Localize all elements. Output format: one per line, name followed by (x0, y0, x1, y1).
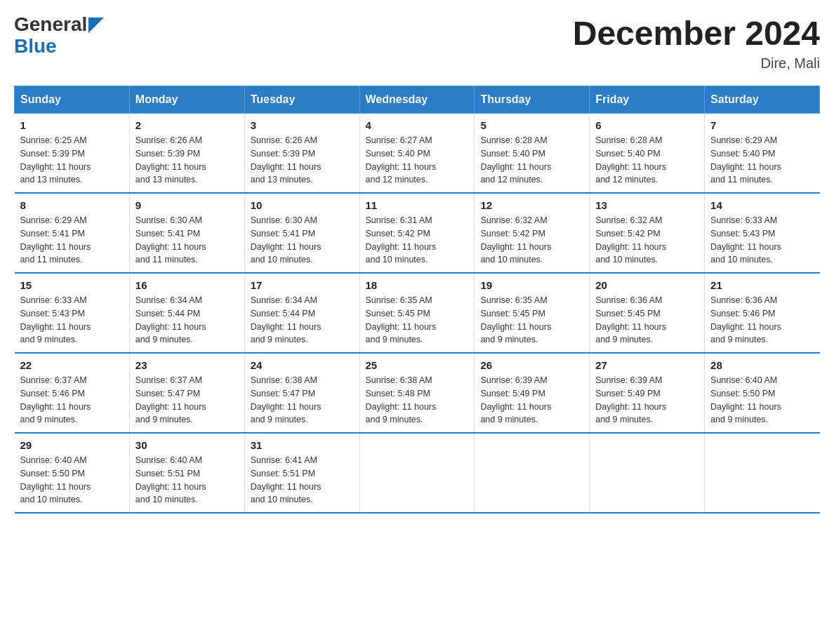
calendar-cell: 17 Sunrise: 6:34 AMSunset: 5:44 PMDaylig… (244, 273, 359, 353)
day-info: Sunrise: 6:38 AMSunset: 5:48 PMDaylight:… (366, 375, 437, 424)
day-info: Sunrise: 6:27 AMSunset: 5:40 PMDaylight:… (366, 135, 437, 185)
logo: General Blue (14, 14, 104, 58)
day-number: 22 (20, 359, 124, 371)
calendar-cell: 21 Sunrise: 6:36 AMSunset: 5:46 PMDaylig… (705, 273, 820, 353)
calendar-cell: 3 Sunrise: 6:26 AMSunset: 5:39 PMDayligh… (244, 114, 359, 194)
week-row-3: 15 Sunrise: 6:33 AMSunset: 5:43 PMDaylig… (15, 273, 820, 353)
day-number: 20 (595, 279, 699, 291)
calendar-cell: 20 Sunrise: 6:36 AMSunset: 5:45 PMDaylig… (590, 273, 705, 353)
calendar-cell: 12 Sunrise: 6:32 AMSunset: 5:42 PMDaylig… (475, 193, 590, 273)
day-info: Sunrise: 6:32 AMSunset: 5:42 PMDaylight:… (595, 215, 666, 264)
day-info: Sunrise: 6:29 AMSunset: 5:41 PMDaylight:… (20, 215, 91, 264)
calendar-cell: 7 Sunrise: 6:29 AMSunset: 5:40 PMDayligh… (705, 114, 820, 194)
calendar-cell (359, 433, 475, 513)
day-number: 6 (595, 119, 699, 131)
week-row-4: 22 Sunrise: 6:37 AMSunset: 5:46 PMDaylig… (15, 353, 820, 433)
day-number: 8 (20, 199, 124, 211)
day-number: 25 (366, 359, 469, 371)
day-number: 7 (710, 119, 814, 131)
day-info: Sunrise: 6:40 AMSunset: 5:50 PMDaylight:… (710, 375, 781, 424)
day-info: Sunrise: 6:33 AMSunset: 5:43 PMDaylight:… (710, 215, 781, 264)
calendar-cell: 22 Sunrise: 6:37 AMSunset: 5:46 PMDaylig… (15, 353, 130, 433)
day-number: 12 (480, 199, 583, 211)
day-info: Sunrise: 6:39 AMSunset: 5:49 PMDaylight:… (480, 375, 551, 424)
calendar-cell: 27 Sunrise: 6:39 AMSunset: 5:49 PMDaylig… (590, 353, 705, 433)
weekday-header-wednesday: Wednesday (359, 86, 475, 114)
day-number: 28 (710, 359, 814, 371)
week-row-5: 29 Sunrise: 6:40 AMSunset: 5:50 PMDaylig… (15, 433, 820, 513)
calendar-cell: 31 Sunrise: 6:41 AMSunset: 5:51 PMDaylig… (244, 433, 359, 513)
day-number: 26 (480, 359, 583, 371)
calendar-header: SundayMondayTuesdayWednesdayThursdayFrid… (15, 86, 820, 114)
day-info: Sunrise: 6:32 AMSunset: 5:42 PMDaylight:… (480, 215, 551, 264)
day-info: Sunrise: 6:28 AMSunset: 5:40 PMDaylight:… (480, 135, 551, 185)
day-number: 18 (366, 279, 469, 291)
weekday-header-friday: Friday (590, 86, 705, 114)
day-number: 21 (710, 279, 814, 291)
day-number: 11 (366, 199, 469, 211)
day-number: 30 (135, 439, 239, 451)
calendar-cell: 1 Sunrise: 6:25 AMSunset: 5:39 PMDayligh… (15, 114, 130, 194)
calendar-cell: 14 Sunrise: 6:33 AMSunset: 5:43 PMDaylig… (705, 193, 820, 273)
day-number: 27 (595, 359, 699, 371)
day-number: 1 (20, 119, 124, 131)
day-info: Sunrise: 6:36 AMSunset: 5:46 PMDaylight:… (710, 295, 781, 344)
calendar-cell: 6 Sunrise: 6:28 AMSunset: 5:40 PMDayligh… (590, 114, 705, 194)
weekday-header-thursday: Thursday (475, 86, 590, 114)
day-info: Sunrise: 6:26 AMSunset: 5:39 PMDaylight:… (251, 135, 322, 185)
day-number: 2 (135, 119, 239, 131)
weekday-header-row: SundayMondayTuesdayWednesdayThursdayFrid… (15, 86, 820, 114)
calendar-cell: 23 Sunrise: 6:37 AMSunset: 5:47 PMDaylig… (129, 353, 244, 433)
logo-general: General (14, 14, 87, 36)
calendar-cell: 24 Sunrise: 6:38 AMSunset: 5:47 PMDaylig… (244, 353, 359, 433)
day-info: Sunrise: 6:41 AMSunset: 5:51 PMDaylight:… (251, 455, 322, 504)
weekday-header-sunday: Sunday (15, 86, 130, 114)
day-info: Sunrise: 6:35 AMSunset: 5:45 PMDaylight:… (480, 295, 551, 344)
weekday-header-tuesday: Tuesday (244, 86, 359, 114)
day-info: Sunrise: 6:36 AMSunset: 5:45 PMDaylight:… (595, 295, 666, 344)
calendar-subtitle: Dire, Mali (573, 55, 820, 72)
day-info: Sunrise: 6:38 AMSunset: 5:47 PMDaylight:… (251, 375, 322, 424)
day-info: Sunrise: 6:31 AMSunset: 5:42 PMDaylight:… (366, 215, 437, 264)
svg-marker-0 (88, 18, 104, 33)
calendar-body: 1 Sunrise: 6:25 AMSunset: 5:39 PMDayligh… (15, 114, 820, 514)
day-number: 4 (366, 119, 469, 131)
day-number: 10 (251, 199, 354, 211)
day-info: Sunrise: 6:30 AMSunset: 5:41 PMDaylight:… (251, 215, 322, 264)
weekday-header-saturday: Saturday (705, 86, 820, 114)
calendar-cell (705, 433, 820, 513)
day-number: 29 (20, 439, 124, 451)
day-info: Sunrise: 6:39 AMSunset: 5:49 PMDaylight:… (595, 375, 666, 424)
day-info: Sunrise: 6:40 AMSunset: 5:50 PMDaylight:… (20, 455, 91, 504)
page-header: General Blue December 2024 Dire, Mali (14, 14, 820, 72)
calendar-cell: 16 Sunrise: 6:34 AMSunset: 5:44 PMDaylig… (129, 273, 244, 353)
day-info: Sunrise: 6:40 AMSunset: 5:51 PMDaylight:… (135, 455, 206, 504)
calendar-cell: 13 Sunrise: 6:32 AMSunset: 5:42 PMDaylig… (590, 193, 705, 273)
day-number: 23 (135, 359, 239, 371)
calendar-table: SundayMondayTuesdayWednesdayThursdayFrid… (14, 86, 820, 514)
day-info: Sunrise: 6:34 AMSunset: 5:44 PMDaylight:… (251, 295, 322, 344)
day-info: Sunrise: 6:33 AMSunset: 5:43 PMDaylight:… (20, 295, 91, 344)
calendar-cell: 26 Sunrise: 6:39 AMSunset: 5:49 PMDaylig… (475, 353, 590, 433)
calendar-cell: 2 Sunrise: 6:26 AMSunset: 5:39 PMDayligh… (129, 114, 244, 194)
calendar-cell: 10 Sunrise: 6:30 AMSunset: 5:41 PMDaylig… (244, 193, 359, 273)
day-number: 24 (251, 359, 354, 371)
week-row-1: 1 Sunrise: 6:25 AMSunset: 5:39 PMDayligh… (15, 114, 820, 194)
calendar-title: December 2024 (573, 14, 820, 53)
day-number: 19 (480, 279, 583, 291)
day-number: 5 (480, 119, 583, 131)
calendar-cell: 29 Sunrise: 6:40 AMSunset: 5:50 PMDaylig… (15, 433, 130, 513)
calendar-cell: 15 Sunrise: 6:33 AMSunset: 5:43 PMDaylig… (15, 273, 130, 353)
week-row-2: 8 Sunrise: 6:29 AMSunset: 5:41 PMDayligh… (15, 193, 820, 273)
calendar-cell: 8 Sunrise: 6:29 AMSunset: 5:41 PMDayligh… (15, 193, 130, 273)
calendar-cell: 30 Sunrise: 6:40 AMSunset: 5:51 PMDaylig… (129, 433, 244, 513)
calendar-cell (590, 433, 705, 513)
day-number: 31 (251, 439, 354, 451)
day-number: 17 (251, 279, 354, 291)
calendar-cell: 28 Sunrise: 6:40 AMSunset: 5:50 PMDaylig… (705, 353, 820, 433)
day-info: Sunrise: 6:26 AMSunset: 5:39 PMDaylight:… (135, 135, 206, 185)
logo-blue: Blue (14, 35, 57, 57)
day-number: 15 (20, 279, 124, 291)
day-number: 3 (251, 119, 354, 131)
calendar-cell: 11 Sunrise: 6:31 AMSunset: 5:42 PMDaylig… (359, 193, 475, 273)
